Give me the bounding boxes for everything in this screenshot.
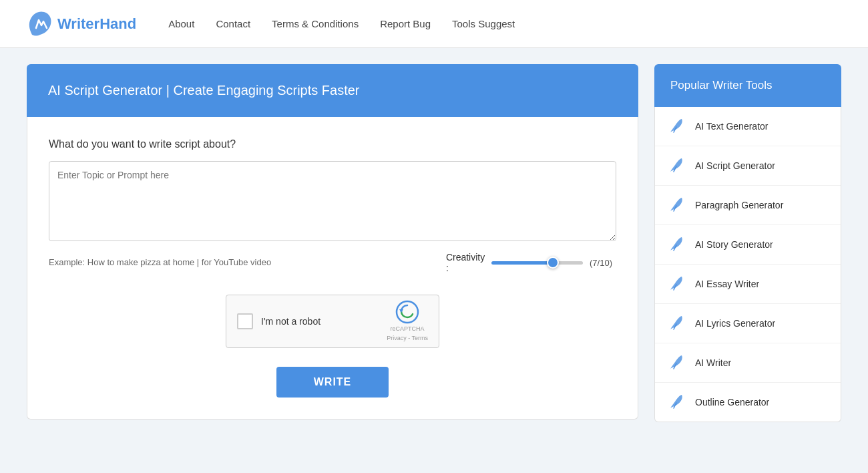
captcha-brand-line1: reCAPTCHA: [391, 325, 425, 333]
topic-input[interactable]: [49, 161, 616, 241]
feather-icon-7: [668, 393, 686, 411]
feather-icon-5: [668, 315, 686, 332]
main-nav: About Contact Terms & Conditions Report …: [168, 18, 515, 29]
nav-report-bug[interactable]: Report Bug: [380, 18, 431, 29]
feather-icon-4: [668, 275, 686, 293]
form-question: What do you want to write script about?: [49, 138, 616, 150]
sidebar-item-label-7: Outline Generator: [695, 397, 769, 408]
feather-icon-6: [668, 354, 686, 371]
form-meta: Example: How to make pizza at home | for…: [49, 252, 616, 273]
captcha-checkbox[interactable]: [237, 313, 253, 329]
nav-tools-suggest[interactable]: Tools Suggest: [452, 18, 515, 29]
logo[interactable]: WriterHand: [27, 9, 136, 39]
nav-terms[interactable]: Terms & Conditions: [272, 18, 359, 29]
write-button[interactable]: WRITE: [276, 367, 389, 398]
left-panel: AI Script Generator | Create Engaging Sc…: [27, 64, 638, 422]
creativity-label: Creativity :: [446, 252, 485, 273]
svg-marker-1: [399, 309, 403, 313]
captcha-logo: reCAPTCHA Privacy - Terms: [387, 300, 428, 342]
sidebar-item-ai-script-generator[interactable]: AI Script Generator: [655, 146, 841, 186]
feather-icon-3: [668, 236, 686, 253]
sidebar-item-label-1: AI Script Generator: [695, 160, 775, 171]
write-btn-container: WRITE: [49, 367, 616, 398]
recaptcha-icon: [395, 300, 419, 324]
sidebar-item-ai-story-generator[interactable]: AI Story Generator: [655, 225, 841, 265]
logo-icon: [27, 9, 52, 39]
sidebar-item-ai-essay-writer[interactable]: AI Essay Writer: [655, 265, 841, 304]
nav-about[interactable]: About: [168, 18, 194, 29]
creativity-slider[interactable]: [491, 261, 583, 265]
creativity-control: Creativity : (7/10): [446, 252, 616, 273]
sidebar-item-ai-writer[interactable]: AI Writer: [655, 343, 841, 383]
form-panel: What do you want to write script about? …: [27, 117, 638, 420]
sidebar-item-label-4: AI Essay Writer: [695, 279, 759, 289]
captcha-label: I'm not a robot: [261, 316, 379, 327]
sidebar-item-label-6: AI Writer: [695, 357, 731, 368]
creativity-value: (7/10): [590, 258, 616, 268]
nav-contact[interactable]: Contact: [216, 18, 250, 29]
logo-text: WriterHand: [57, 15, 136, 33]
example-text: Example: How to make pizza at home | for…: [49, 256, 271, 269]
sidebar-item-label-3: AI Story Generator: [695, 239, 773, 250]
sidebar-header: Popular Writer Tools: [654, 64, 841, 107]
captcha-box: I'm not a robot reCAPTCHA Privacy - Term…: [226, 295, 439, 348]
feather-icon-0: [668, 118, 686, 135]
right-panel: Popular Writer Tools AI Text Generator A…: [654, 64, 841, 422]
captcha-brand-line2: Privacy - Terms: [387, 335, 428, 343]
main-container: AI Script Generator | Create Engaging Sc…: [0, 48, 868, 438]
sidebar-item-label-2: Paragraph Generator: [695, 200, 783, 210]
sidebar-item-label-0: AI Text Generator: [695, 121, 768, 132]
feather-icon-1: [668, 157, 686, 174]
page-title: AI Script Generator | Create Engaging Sc…: [27, 64, 638, 117]
sidebar-item-paragraph-generator[interactable]: Paragraph Generator: [655, 186, 841, 225]
captcha-area: I'm not a robot reCAPTCHA Privacy - Term…: [49, 295, 616, 348]
sidebar-item-label-5: AI Lyrics Generator: [695, 318, 775, 329]
sidebar-item-outline-generator[interactable]: Outline Generator: [655, 383, 841, 422]
feather-icon-2: [668, 196, 686, 214]
site-header: WriterHand About Contact Terms & Conditi…: [0, 0, 868, 48]
sidebar-list: AI Text Generator AI Script Generator Pa…: [654, 107, 841, 422]
sidebar-item-ai-text-generator[interactable]: AI Text Generator: [655, 107, 841, 146]
sidebar-item-ai-lyrics-generator[interactable]: AI Lyrics Generator: [655, 304, 841, 343]
